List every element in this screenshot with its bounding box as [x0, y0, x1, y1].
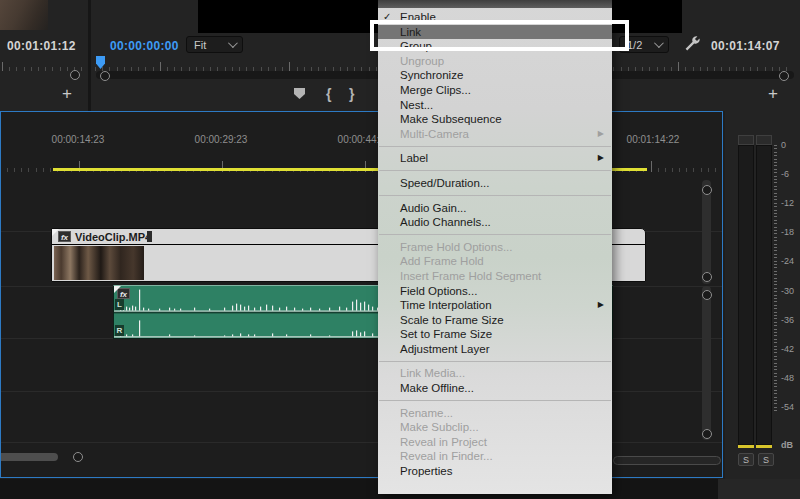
menu-separator: [378, 356, 612, 366]
menu-item-field-options[interactable]: Field Options...: [378, 284, 612, 299]
scrollbar-handle[interactable]: [702, 185, 712, 195]
meter-db-label: -54: [781, 402, 794, 412]
chevron-down-icon: [228, 38, 238, 48]
menu-item-label: Link Media...: [400, 367, 465, 379]
submenu-arrow-icon: ▶: [598, 151, 604, 166]
ruler-tick: [28, 168, 29, 172]
add-marker-icon[interactable]: [294, 88, 305, 99]
ruler-tick: [24, 67, 25, 71]
channel-right-badge: R: [115, 325, 124, 336]
horizontal-scroll-handle[interactable]: [73, 452, 83, 462]
meter-db-label: 0: [781, 140, 786, 150]
ruler-timecode-label: 00:00:14:23: [52, 134, 105, 145]
submenu-arrow-icon: ▶: [598, 127, 604, 142]
menu-item-time-interpolation[interactable]: Time Interpolation▶: [378, 298, 612, 313]
video-tracks-scrollbar[interactable]: [702, 180, 711, 284]
menu-item-nest[interactable]: Nest...: [378, 98, 612, 113]
menu-item-make-offline[interactable]: Make Offline...: [378, 381, 612, 396]
meter-bar-left: [738, 145, 754, 445]
horizontal-scrollbar-thumb[interactable]: [1, 453, 58, 461]
menu-item-reveal-in-project: Reveal in Project: [378, 435, 612, 450]
menu-item-frame-hold-options: Frame Hold Options...: [378, 240, 612, 255]
menu-item-link[interactable]: Link: [378, 25, 612, 40]
ruler-tick: [9, 67, 10, 71]
ruler-tick: [52, 67, 53, 71]
ruler-tick: [7, 168, 8, 172]
menu-item-scale-to-frame-size[interactable]: Scale to Frame Size: [378, 313, 612, 328]
menu-item-audio-channels[interactable]: Audio Channels...: [378, 215, 612, 230]
menu-clipped-top: [378, 0, 612, 8]
ruler-tick: [36, 168, 37, 172]
meter-scale-ticks: [774, 145, 777, 413]
meter-header-right: [756, 135, 772, 145]
audio-tracks-scrollbar[interactable]: [702, 286, 711, 440]
menu-item-label: Enable: [400, 11, 436, 23]
settings-wrench-icon[interactable]: [684, 35, 700, 51]
ruler-tick: [38, 67, 39, 71]
menu-item-reveal-in-finder: Reveal in Finder...: [378, 449, 612, 464]
source-timecode: 00:01:01:12: [7, 39, 76, 53]
program-scroll-left-handle[interactable]: [100, 71, 110, 81]
menu-item-merge-clips[interactable]: Merge Clips...: [378, 83, 612, 98]
timeline-panel: 00:00:14:2300:00:29:2300:00:44:2300:01:1…: [0, 111, 723, 478]
ruler-tick: [45, 67, 46, 71]
program-current-timecode[interactable]: 00:00:00:00: [110, 39, 179, 53]
meter-db-label: -24: [781, 256, 794, 266]
ruler-tick: [701, 168, 702, 172]
meter-db-label: -36: [781, 315, 794, 325]
meter-db-label: -18: [781, 227, 794, 237]
menu-separator: [378, 191, 612, 201]
ruler-timecode-label: 00:01:14:22: [627, 134, 680, 145]
context-menu-items: ✓EnableLinkGroupUngroupSynchronizeMerge …: [378, 10, 612, 479]
scrollbar-handle[interactable]: [702, 429, 712, 439]
menu-item-insert-frame-hold-segment: Insert Frame Hold Segment: [378, 269, 612, 284]
ruler-tick: [81, 67, 82, 71]
source-add-button[interactable]: +: [62, 87, 72, 101]
menu-item-label: Add Frame Hold: [400, 255, 484, 267]
program-scroll-right-handle[interactable]: [779, 71, 789, 81]
submenu-arrow-icon: ▶: [598, 298, 604, 313]
menu-item-enable[interactable]: ✓Enable: [378, 10, 612, 25]
ruler-tick: [679, 168, 680, 172]
source-video-preview: [0, 0, 48, 30]
scrollbar-handle[interactable]: [702, 272, 712, 282]
audio-meter-panel: 0-6-12-18-24-30-36-42-48-54 dB S S: [725, 111, 800, 479]
menu-item-set-to-frame-size[interactable]: Set to Frame Size: [378, 327, 612, 342]
source-monitor: 00:01:01:12 +: [0, 0, 88, 111]
menu-item-audio-gain[interactable]: Audio Gain...: [378, 201, 612, 216]
menu-item-synchronize[interactable]: Synchronize: [378, 68, 612, 83]
track-divider: [1, 391, 722, 392]
ruler-tick: [43, 168, 44, 172]
scrollbar-handle[interactable]: [702, 290, 712, 300]
horizontal-scrollbar-segment[interactable]: [613, 456, 721, 465]
source-zoom-handle[interactable]: [70, 70, 80, 80]
clip-fold-corner: [52, 229, 59, 236]
playback-resolution-dropdown[interactable]: 1/2: [619, 36, 669, 53]
track-divider: [1, 442, 722, 443]
ruler-tick: [693, 168, 694, 172]
ruler-tick: [678, 62, 679, 71]
menu-item-properties[interactable]: Properties: [378, 464, 612, 479]
menu-item-adjustment-layer[interactable]: Adjustment Layer: [378, 342, 612, 357]
meter-db-label: -30: [781, 286, 794, 296]
solo-left-button[interactable]: S: [738, 453, 754, 466]
ruler-tick: [672, 168, 673, 172]
ruler-tick: [95, 67, 96, 71]
meter-db-label: -48: [781, 373, 794, 383]
program-add-button[interactable]: +: [768, 87, 778, 101]
ruler-tick: [60, 67, 61, 71]
zoom-level-dropdown[interactable]: Fit: [186, 36, 243, 53]
menu-item-label: Reveal in Project: [400, 436, 487, 448]
menu-item-label: Merge Clips...: [400, 84, 471, 96]
menu-item-speed-duration[interactable]: Speed/Duration...: [378, 176, 612, 191]
menu-item-label[interactable]: Label▶: [378, 151, 612, 166]
menu-item-add-frame-hold: Add Frame Hold: [378, 254, 612, 269]
video-clip-name: VideoClip.MP4: [75, 231, 151, 243]
solo-right-button[interactable]: S: [758, 453, 774, 466]
mark-in-icon[interactable]: {: [326, 86, 331, 102]
mark-out-icon[interactable]: }: [349, 86, 354, 102]
meter-unit-label: dB: [781, 440, 793, 450]
video-clip-thumbnail: [54, 246, 144, 280]
menu-item-make-subsequence[interactable]: Make Subsequence: [378, 112, 612, 127]
menu-item-group[interactable]: Group: [378, 39, 612, 54]
